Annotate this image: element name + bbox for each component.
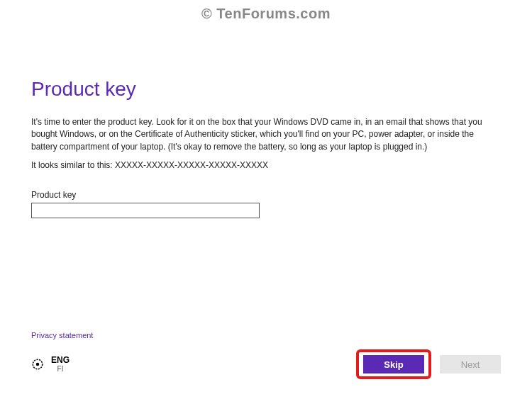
language-code: ENG xyxy=(51,356,70,365)
language-region: FI xyxy=(51,365,70,373)
watermark-text: © TenForums.com xyxy=(201,6,331,22)
product-key-label: Product key xyxy=(31,190,501,200)
footer-row: ENG FI Skip Next xyxy=(31,349,501,379)
language-selector[interactable]: ENG FI xyxy=(31,356,70,373)
product-key-input[interactable] xyxy=(31,203,260,218)
accessibility-icon xyxy=(31,358,44,371)
footer-area: Privacy statement ENG FI Skip Next xyxy=(31,328,501,379)
svg-point-1 xyxy=(37,364,39,366)
next-button[interactable]: Next xyxy=(440,355,501,373)
page-title: Product key xyxy=(31,78,501,101)
skip-highlight-box: Skip xyxy=(356,349,431,379)
skip-button[interactable]: Skip xyxy=(363,355,424,373)
main-content: Product key It's time to enter the produ… xyxy=(31,78,501,218)
button-group: Skip Next xyxy=(356,349,501,379)
language-text: ENG FI xyxy=(51,356,70,373)
privacy-statement-link[interactable]: Privacy statement xyxy=(31,331,93,339)
instruction-text: It's time to enter the product key. Look… xyxy=(31,116,499,153)
key-format-example: It looks similar to this: XXXXX-XXXXX-XX… xyxy=(31,160,501,170)
